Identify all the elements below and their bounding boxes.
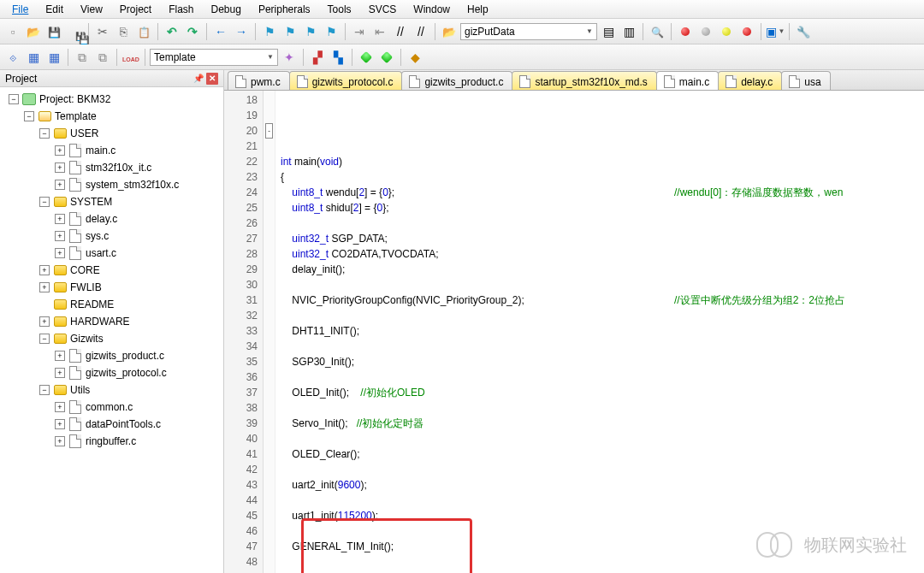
expand-toggle[interactable]: + (55, 402, 65, 412)
expand-toggle[interactable]: + (39, 316, 50, 327)
batch-build-button[interactable]: ⧉ (73, 48, 92, 67)
editor-tab[interactable]: usa (781, 71, 830, 90)
code-line[interactable] (281, 277, 924, 292)
download-button[interactable] (121, 48, 140, 67)
expand-toggle[interactable]: + (55, 145, 65, 156)
redo-button[interactable] (183, 22, 202, 41)
tree-item[interactable]: +HARDWARE (2, 313, 222, 330)
breakpoint-button[interactable] (676, 22, 695, 41)
file-ext-button[interactable]: ▞ (308, 48, 327, 67)
tree-item[interactable]: +sys.c (2, 227, 222, 245)
undo-button[interactable] (163, 22, 181, 41)
code-line[interactable]: uint8_t wendu[2] = {0};//wendu[0]：存储温度数据… (281, 185, 924, 200)
code-line[interactable]: Servo_Init(); //初始化定时器 (281, 416, 924, 431)
debug-button[interactable] (648, 22, 666, 41)
code-line[interactable]: uint8_t shidu[2] = {0}; (281, 200, 924, 216)
tree-item[interactable]: −Template (2, 108, 222, 125)
code-line[interactable]: userInit(); (281, 570, 924, 573)
code-line[interactable]: uint32_t CO2DATA,TVOCDATA; (281, 246, 924, 262)
select-button[interactable]: ◆ (406, 48, 424, 67)
menu-project[interactable]: Project (111, 2, 160, 17)
collapse-toggle[interactable]: − (39, 334, 50, 344)
tree-item[interactable]: +gizwits_product.c (2, 347, 222, 364)
code-line[interactable] (281, 400, 924, 416)
comment-button[interactable]: // (391, 22, 410, 41)
menu-peripherals[interactable]: Peripherals (250, 2, 319, 17)
stop-build-button[interactable]: ⧉ (93, 48, 112, 67)
nav-forward-button[interactable] (232, 22, 251, 41)
menu-flash[interactable]: Flash (160, 2, 202, 17)
open-button[interactable] (24, 22, 43, 41)
config-button[interactable] (794, 22, 813, 41)
rte-button[interactable] (377, 48, 396, 67)
editor-tab[interactable]: gizwits_product.c (401, 71, 512, 90)
bookmark-clear-button[interactable] (322, 22, 341, 41)
tree-item[interactable]: +stm32f10x_it.c (2, 159, 222, 176)
target-options-button[interactable] (280, 48, 299, 67)
build-button[interactable]: ▦ (24, 48, 43, 67)
code-line[interactable]: uart2_init(9600); (281, 477, 924, 493)
incremental-find-button[interactable]: ▥ (619, 22, 638, 41)
collapse-toggle[interactable]: − (39, 197, 50, 207)
new-file-button[interactable] (3, 22, 22, 41)
bookmark-button[interactable] (260, 22, 279, 41)
tree-item[interactable]: +common.c (2, 399, 222, 416)
code-line[interactable] (281, 308, 924, 323)
expand-toggle[interactable]: + (55, 180, 65, 190)
paste-button[interactable] (134, 22, 153, 41)
expand-toggle[interactable]: + (55, 419, 65, 429)
editor-tab[interactable]: gizwits_protocol.c (289, 71, 403, 90)
code-line[interactable]: uint32_t SGP_DATA; (281, 231, 924, 246)
code-line[interactable] (281, 216, 924, 231)
expand-toggle[interactable]: + (55, 351, 65, 361)
tree-item[interactable]: +FWLIB (2, 279, 222, 296)
expand-toggle[interactable]: + (55, 214, 65, 224)
tree-item[interactable]: +usart.c (2, 245, 222, 262)
menu-window[interactable]: Window (405, 2, 459, 17)
code-line[interactable]: OLED_Clear(); (281, 446, 924, 462)
outdent-button[interactable] (370, 22, 389, 41)
editor-tab[interactable]: startup_stm32f10x_md.s (512, 71, 656, 90)
code-line[interactable] (281, 554, 924, 570)
code-line[interactable] (281, 369, 924, 385)
code-editor[interactable]: 1819202122232425262728293031323334353637… (224, 91, 924, 573)
collapse-toggle[interactable]: − (9, 94, 19, 104)
code-line[interactable] (281, 523, 924, 539)
expand-toggle[interactable]: + (55, 248, 65, 258)
save-button[interactable] (44, 22, 63, 41)
code-line[interactable]: DHT11_INIT(); (281, 323, 924, 339)
find-button[interactable]: ▤ (599, 22, 618, 41)
code-line[interactable]: NVIC_PriorityGroupConfig(NVIC_PriorityGr… (281, 292, 924, 308)
nav-back-button[interactable] (211, 22, 230, 41)
tree-item[interactable]: +main.c (2, 142, 222, 159)
code-line[interactable] (281, 431, 924, 446)
breakpoint-enable-button[interactable] (717, 22, 736, 41)
editor-tab[interactable]: main.c (656, 71, 719, 90)
expand-toggle[interactable]: + (55, 231, 65, 241)
tree-item[interactable]: +delay.c (2, 210, 222, 227)
breakpoint-disable-button[interactable] (696, 22, 715, 41)
close-panel-button[interactable]: ✕ (206, 73, 218, 85)
code-line[interactable]: delay_init(); (281, 262, 924, 277)
copy-button[interactable] (114, 22, 133, 41)
code-line[interactable]: OLED_Init(); //初始化OLED (281, 385, 924, 400)
code-line[interactable]: GENERAL_TIM_Init(); (281, 539, 924, 554)
pin-button[interactable]: 📌 (192, 73, 204, 85)
collapse-toggle[interactable]: − (39, 385, 50, 395)
bookmark-prev-button[interactable] (281, 22, 299, 41)
expand-toggle[interactable]: + (39, 265, 50, 275)
editor-tab[interactable]: pwm.c (228, 71, 290, 90)
tree-item[interactable]: +ringbuffer.c (2, 433, 222, 450)
translate-button[interactable]: ⟐ (3, 48, 22, 67)
menu-file[interactable]: File (3, 2, 37, 17)
uncomment-button[interactable]: // (412, 22, 430, 41)
find-files-button[interactable] (440, 22, 459, 41)
code-content[interactable]: int main(void){ uint8_t wendu[2] = {0};/… (275, 91, 924, 573)
code-line[interactable]: SGP30_Init(); (281, 354, 924, 369)
project-tree[interactable]: −Project: BKM32−Template−USER+main.c+stm… (0, 87, 223, 573)
menu-help[interactable]: Help (459, 2, 497, 17)
expand-toggle[interactable]: + (55, 436, 65, 446)
manage-button[interactable]: ▚ (329, 48, 347, 67)
tree-item[interactable]: −Utils (2, 381, 222, 399)
indent-button[interactable] (350, 22, 369, 41)
